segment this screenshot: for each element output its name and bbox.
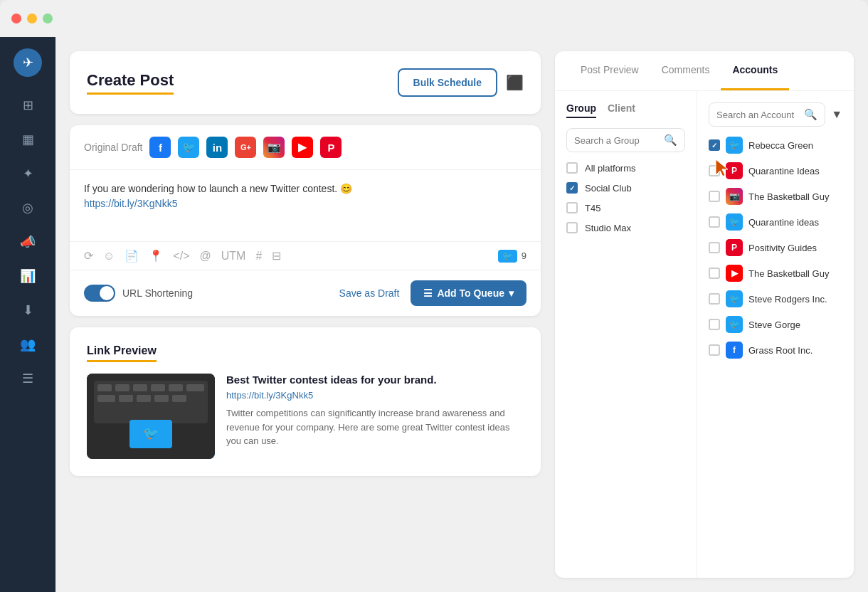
filter-icon[interactable]: ▼ <box>831 108 842 121</box>
sidebar-item-network[interactable]: ✦ <box>14 159 42 188</box>
twitter-platform-icon[interactable]: 🐦 <box>178 137 199 158</box>
tab-post-preview[interactable]: Post Preview <box>569 51 650 90</box>
sidebar-item-help[interactable]: ◎ <box>14 194 42 222</box>
accounts-panel: Post Preview Comments Accounts Group Cli… <box>555 51 854 578</box>
group-item-all-platforms[interactable]: All platforms <box>566 162 685 174</box>
group-search-icon: 🔍 <box>664 134 677 147</box>
titlebar <box>0 0 868 37</box>
account-checkbox-steve-rodgers[interactable] <box>709 293 720 305</box>
account-item-rebecca-green[interactable]: 🐦 Rebecca Green <box>709 137 842 154</box>
sidebar-item-list[interactable]: ☰ <box>14 364 42 393</box>
url-shortening-toggle[interactable] <box>84 285 115 302</box>
emoji-icon[interactable]: ☺ <box>103 250 115 263</box>
sidebar-item-dashboard[interactable]: ⊞ <box>14 91 42 120</box>
panel-body: Group Client 🔍 All platforms <box>555 91 854 578</box>
group-checkbox-all-platforms[interactable] <box>566 162 578 174</box>
close-button[interactable] <box>11 14 21 23</box>
instagram-platform-icon[interactable]: 📷 <box>263 137 285 158</box>
group-item-t45[interactable]: T45 <box>566 202 685 213</box>
utm-icon[interactable]: UTM <box>221 250 246 263</box>
accounts-search-input[interactable] <box>716 110 800 120</box>
pinterest-icon-quarantine: P <box>726 162 743 179</box>
link-preview-image: 🐦 <box>87 374 215 459</box>
group-item-social-club[interactable]: Social Club <box>566 182 685 194</box>
compose-link[interactable]: https://bit.ly/3KgNkk5 <box>84 198 178 209</box>
pinterest-platform-icon[interactable]: P <box>320 137 342 158</box>
facebook-platform-icon[interactable]: f <box>149 137 171 158</box>
right-panel: Post Preview Comments Accounts Group Cli… <box>555 37 868 592</box>
panel-tabs: Post Preview Comments Accounts <box>555 51 854 91</box>
account-item-steve-gorge[interactable]: 🐦 Steve Gorge <box>709 316 842 333</box>
group-checkbox-t45[interactable] <box>566 202 578 213</box>
youtube-platform-icon[interactable]: ▶ <box>292 137 313 158</box>
compose-body[interactable]: If you are wondering how to launch a new… <box>70 170 541 241</box>
account-checkbox-basketball-guy-yt[interactable] <box>709 268 720 279</box>
group-column: Group Client 🔍 All platforms <box>555 91 697 578</box>
svg-rect-5 <box>151 384 165 391</box>
tab-comments[interactable]: Comments <box>650 51 721 90</box>
account-item-quarantine-ideas-tw[interactable]: 🐦 Quarantine ideas <box>709 213 842 231</box>
account-item-basketball-guy-yt[interactable]: ▶ The Basketball Guy <box>709 265 842 282</box>
account-checkbox-rebecca-green[interactable] <box>709 139 720 151</box>
location-icon[interactable]: 📍 <box>149 249 163 263</box>
svg-rect-7 <box>186 384 204 391</box>
account-checkbox-grass-root[interactable] <box>709 344 720 356</box>
twitter-badge: 🐦 <box>498 250 517 263</box>
account-item-positivity-guides[interactable]: P Positivity Guides <box>709 239 842 256</box>
sidebar-item-chat[interactable]: ▦ <box>14 125 42 154</box>
group-search-box[interactable]: 🔍 <box>566 128 685 152</box>
accounts-search-box[interactable]: 🔍 <box>709 102 825 127</box>
sidebar-item-download[interactable]: ⬇ <box>14 296 42 324</box>
group-checkbox-social-club[interactable] <box>566 182 578 194</box>
account-checkbox-basketball-guy-ig[interactable] <box>709 191 720 202</box>
group-checkbox-studio-max[interactable] <box>566 222 578 233</box>
account-item-basketball-guy-ig[interactable]: 📷 The Basketball Guy <box>709 188 842 205</box>
svg-rect-9 <box>119 395 133 402</box>
group-tab-client[interactable]: Client <box>608 102 635 118</box>
svg-rect-12 <box>172 395 186 402</box>
logo-icon: ✈ <box>23 55 33 70</box>
queue-icon: ☰ <box>423 287 433 299</box>
save-draft-button[interactable]: Save as Draft <box>339 287 400 299</box>
repost-icon[interactable]: ⟳ <box>84 249 93 263</box>
create-post-header: Create Post Bulk Schedule ⬛ <box>87 68 524 97</box>
maximize-button[interactable] <box>43 14 53 23</box>
tab-accounts[interactable]: Accounts <box>721 51 789 90</box>
sidebar-item-megaphone[interactable]: 📣 <box>14 228 42 256</box>
hashtag-icon[interactable]: # <box>255 250 262 263</box>
add-to-queue-button[interactable]: ☰ Add To Queue ▾ <box>411 280 526 306</box>
account-checkbox-steve-gorge[interactable] <box>709 319 720 330</box>
account-item-steve-rodgers[interactable]: 🐦 Steve Rodgers Inc. <box>709 290 842 307</box>
account-list: 🐦 Rebecca Green P Quarantine Ideas <box>709 137 842 359</box>
sidebar-item-analytics[interactable]: 📊 <box>14 262 42 290</box>
google-platform-icon[interactable]: G+ <box>235 137 256 158</box>
link-preview-url[interactable]: https://bit.ly/3KgNkk5 <box>226 390 524 401</box>
sidebar-item-users[interactable]: 👥 <box>14 330 42 359</box>
app-container: ✈ ⊞ ▦ ✦ ◎ 📣 📊 ⬇ 👥 ☰ <box>0 37 868 592</box>
account-checkbox-positivity-guides[interactable] <box>709 242 720 253</box>
minimize-button[interactable] <box>27 14 37 23</box>
logo[interactable]: ✈ <box>14 48 42 77</box>
account-checkbox-quarantine-ideas-tw[interactable] <box>709 216 720 228</box>
account-checkbox-quarantine-ideas[interactable] <box>709 165 720 176</box>
group-search-input[interactable] <box>574 135 660 146</box>
twitter-icon-rebecca: 🐦 <box>726 137 743 154</box>
mention-icon[interactable]: @ <box>199 250 211 263</box>
download-icon: ⬇ <box>23 302 33 318</box>
bulk-schedule-button[interactable]: Bulk Schedule <box>398 68 497 97</box>
account-name-basketball-guy-yt: The Basketball Guy <box>748 268 829 279</box>
linkedin-platform-icon[interactable]: in <box>206 137 228 158</box>
code-icon[interactable]: </> <box>173 250 189 263</box>
export-icon[interactable]: ⬛ <box>506 74 524 91</box>
grid-icon[interactable]: ⊟ <box>272 249 281 263</box>
chevron-down-icon: ▾ <box>509 287 514 299</box>
svg-text:🐦: 🐦 <box>143 426 159 441</box>
group-list: All platforms Social Club T45 Studi <box>566 162 685 233</box>
group-item-studio-max[interactable]: Studio Max <box>566 222 685 233</box>
account-item-grass-root[interactable]: f Grass Root Inc. <box>709 342 842 359</box>
media-icon[interactable]: 📄 <box>125 249 139 263</box>
link-preview-content: 🐦 Best Twitter contest ideas for your br… <box>87 374 524 459</box>
char-count-value: 9 <box>522 250 526 261</box>
group-tab-group[interactable]: Group <box>566 102 596 118</box>
account-item-quarantine-ideas[interactable]: P Quarantine Ideas <box>709 162 842 179</box>
